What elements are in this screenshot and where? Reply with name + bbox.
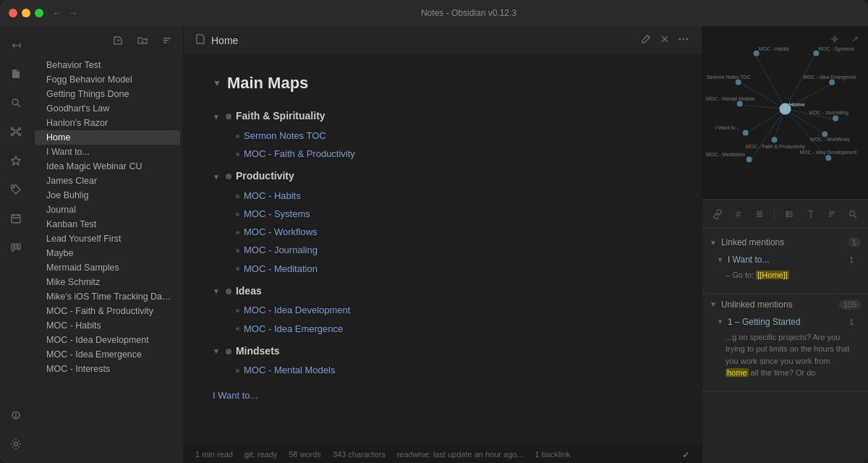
sidebar-item-moc-interests[interactable]: MOC - Interests [35,362,180,376]
sidebar-item-journal[interactable]: Journal [35,203,180,217]
svg-text:Home: Home [788,101,805,108]
i-want-to-link[interactable]: I Want to... [213,388,673,404]
link-icon[interactable] [708,204,726,224]
kanban-icon[interactable] [3,234,29,260]
sidebar-item-home[interactable]: Home [35,130,180,145]
expand-graph-button[interactable]: ↗ [846,30,864,48]
svg-point-22 [15,416,16,417]
traffic-lights [9,9,43,17]
sidebar-item-mike-schmitz[interactable]: Mike Schmitz [35,275,180,289]
sidebar-item-kanban-test[interactable]: Kanban Test [35,217,180,232]
sidebar-item-mermaid[interactable]: Mermaid Samples [35,260,180,275]
sidebar-item-moc-habits[interactable]: MOC - Habits [35,318,180,333]
sidebar-item-getting-things-done[interactable]: Getting Things Done [35,87,180,101]
edit-button[interactable] [639,33,652,48]
sidebar-item-i-want-to[interactable]: I Want to... [35,145,180,159]
search-icon[interactable] [3,90,29,116]
minimize-button[interactable] [22,9,30,17]
section-collapse-mindsets[interactable]: ▼ [213,345,220,357]
daily-notes-icon[interactable] [3,205,29,232]
moc-habits-link[interactable]: MOC - Habits [244,188,301,204]
sidebar-item-joe-buhlig[interactable]: Joe Buhlig [35,188,180,203]
collapse-sidebar-button[interactable]: ↤ [3,32,29,58]
sidebar-item-maybe[interactable]: Maybe [35,246,180,260]
file-icon [195,34,205,46]
moc-meditation-link[interactable]: MOC - Meditation [244,261,318,277]
status-ok-icon: ✓ [682,449,690,460]
window-title: Notes - Obsidian v0.12.3 [78,8,859,18]
section-collapse-productivity[interactable]: ▼ [213,171,220,183]
forward-button[interactable]: → [68,7,78,19]
files-icon[interactable] [3,61,29,87]
sidebar-item-behavior-test[interactable]: Behavior Test [35,58,180,72]
moc-idea-emergence-link[interactable]: MOC - Idea Emergence [244,321,343,337]
editor-area[interactable]: ▼ Main Maps ▼ Faith & Spirituality Sermo… [184,55,702,446]
unlinked-item-title: 1 – Getting Started [728,317,845,327]
maximize-button[interactable] [35,9,43,17]
moc-mental-models-link[interactable]: MOC - Mental Models [244,362,335,378]
graph-settings-icon[interactable] [826,30,843,48]
section-title-ideas: Ideas [236,283,262,300]
linked-mention-item-header[interactable]: ▼ I Want to... 1 [714,253,856,266]
sidebar-item-goodharts[interactable]: Goodhart's Law [35,101,180,116]
right-panel: ↗ [702,26,868,463]
close-button[interactable] [9,9,17,17]
unlinked-mention-item-header[interactable]: ▼ 1 – Getting Started 1 [714,315,856,328]
sort-backlinks-icon[interactable] [823,204,841,224]
sidebar-item-lead-yourself[interactable]: Lead Yourself First [35,232,180,246]
list-icon[interactable] [750,204,768,224]
sidebar-item-moc-faith[interactable]: MOC - Faith & Productivity [35,304,180,318]
starred-icon[interactable] [3,148,29,174]
moc-journaling-link[interactable]: MOC - Journaling [244,242,318,258]
unlinked-mentions-header[interactable]: ▼ Unlinked mentions 105 [702,297,868,313]
search-backlinks-icon[interactable] [844,204,862,224]
close-note-button[interactable] [658,33,671,48]
back-button[interactable]: ← [52,7,62,19]
section-collapse-faith[interactable]: ▼ [213,111,220,123]
svg-text:I Want to...: I Want to... [715,125,739,130]
sidebar-item-moc-idea-emerge[interactable]: MOC - Idea Emergence [35,347,180,362]
graph-icon[interactable] [3,119,29,145]
svg-point-3 [12,128,14,130]
unlinked-item-count: 1 [849,318,854,326]
svg-point-50 [813,51,819,56]
svg-line-41 [747,109,786,133]
collapse-arrow[interactable]: ▼ [213,76,221,90]
sidebar-item-moc-idea-dev[interactable]: MOC - Idea Development [35,333,180,347]
link-bullet [236,327,239,331]
sermon-notes-link[interactable]: Sermon Notes TOC [244,128,326,144]
new-note-button[interactable] [108,30,128,51]
link-bullet [236,369,239,373]
community-plugins-icon[interactable] [3,402,29,428]
sidebar-item-mikes-ios[interactable]: Mike's iOS Time Tracking Dashboard [35,289,180,304]
text-format-icon[interactable]: T [802,204,820,224]
section-collapse-ideas[interactable]: ▼ [213,285,220,297]
moc-workflows-link[interactable]: MOC - Workflows [244,224,318,240]
linked-mentions-header[interactable]: ▼ Linked mentions 1 [702,234,868,250]
moc-faith-link[interactable]: MOC - Faith & Productivity [244,146,355,162]
settings-icon[interactable] [3,431,29,457]
moc-idea-development-link[interactable]: MOC - Idea Development [244,302,350,318]
sort-button[interactable] [157,30,177,51]
sidebar-list: Behavior Test Fogg Behavior Model Gettin… [32,55,183,463]
sidebar-item-fogg[interactable]: Fogg Behavior Model [35,72,180,87]
svg-point-4 [19,128,21,130]
linked-mentions-arrow: ▼ [710,239,717,247]
highlight-home: [[Home]] [756,271,789,279]
svg-point-52 [736,80,741,85]
svg-point-70 [822,131,827,137]
linked-item-arrow: ▼ [717,256,723,263]
tags-icon[interactable] [3,177,29,203]
moc-systems-link[interactable]: MOC - Systems [244,206,310,222]
unordered-list-icon[interactable] [780,204,799,224]
sidebar-item-idea-magic[interactable]: Idea Magic Webinar CU [35,159,180,174]
hash-icon[interactable]: # [729,204,747,224]
new-folder-button[interactable] [132,30,153,51]
backlinks-panel: ▼ Linked mentions 1 ▼ I Want to... 1 – G… [702,229,868,463]
unlinked-mentions-arrow: ▼ [710,300,717,308]
more-options-button[interactable] [677,33,690,48]
icon-bar: ↤ [0,26,32,463]
sidebar-item-james-clear[interactable]: James Clear [35,174,180,188]
sidebar-item-hanlons[interactable]: Hanlon's Razor [35,116,180,130]
svg-point-62 [746,156,752,162]
